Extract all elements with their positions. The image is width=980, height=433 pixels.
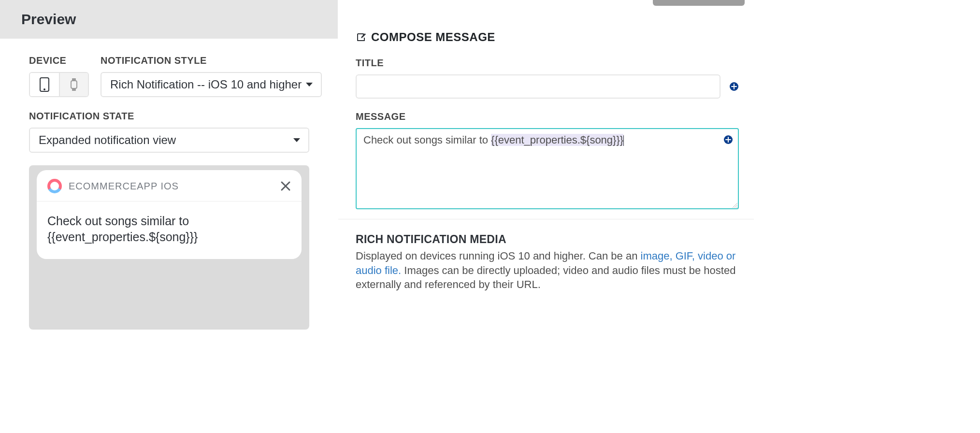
notification-app-name: ECOMMERCEAPP IOS <box>69 181 179 192</box>
compose-panel: COMPOSE MESSAGE TITLE MESSAGE Check out … <box>338 0 754 333</box>
notification-card-header: ECOMMERCEAPP IOS <box>37 170 302 202</box>
rich-media-heading: RICH NOTIFICATION MEDIA <box>356 233 739 246</box>
style-value: Rich Notification -- iOS 10 and higher <box>110 78 302 91</box>
top-action-bar <box>338 0 754 17</box>
edit-icon <box>356 32 366 43</box>
title-input[interactable] <box>356 74 721 99</box>
disabled-action-button <box>653 0 745 6</box>
title-label: TITLE <box>356 58 739 69</box>
title-insert-personalization-button[interactable] <box>729 82 739 91</box>
preview-panel: Preview DEVICE <box>0 0 338 333</box>
notification-card: ECOMMERCEAPP IOS Check out songs similar… <box>37 170 302 259</box>
phone-icon <box>40 77 49 92</box>
device-phone-button[interactable] <box>30 73 59 96</box>
plus-circle-icon <box>729 82 739 91</box>
message-text-plain: Check out songs similar to <box>363 134 491 146</box>
notification-style-select[interactable]: Rich Notification -- iOS 10 and higher <box>101 72 322 97</box>
notification-state-select[interactable]: Expanded notification view <box>29 128 309 153</box>
watch-icon <box>69 77 79 92</box>
device-label: DEVICE <box>29 55 89 66</box>
message-textarea[interactable]: Check out songs similar to {{event_prope… <box>356 128 739 209</box>
preview-body: DEVICE <box>0 39 338 333</box>
style-label: NOTIFICATION STYLE <box>101 55 322 66</box>
svg-point-1 <box>43 88 45 90</box>
svg-rect-3 <box>72 78 76 80</box>
compose-section: COMPOSE MESSAGE TITLE MESSAGE Check out … <box>338 17 754 219</box>
rich-media-section: RICH NOTIFICATION MEDIA Displayed on dev… <box>338 219 754 292</box>
app-root: Preview DEVICE <box>0 0 754 333</box>
rich-media-description: Displayed on devices running iOS 10 and … <box>356 249 739 292</box>
device-preview-frame: ECOMMERCEAPP IOS Check out songs similar… <box>29 165 309 330</box>
device-watch-button[interactable] <box>59 73 88 96</box>
preview-title: Preview <box>21 11 76 28</box>
preview-header: Preview <box>0 0 338 39</box>
notification-message: Check out songs similar to {{event_prope… <box>37 202 302 259</box>
compose-heading: COMPOSE MESSAGE <box>356 30 739 44</box>
notification-close-button[interactable] <box>280 181 291 191</box>
text-cursor <box>623 135 624 146</box>
chevron-down-icon <box>293 138 301 143</box>
device-toggle-group <box>29 72 89 97</box>
resize-handle-icon[interactable] <box>732 202 737 208</box>
plus-circle-icon <box>723 135 733 144</box>
message-insert-personalization-button[interactable] <box>723 135 733 144</box>
state-label: NOTIFICATION STATE <box>29 111 309 122</box>
app-logo-icon <box>47 179 62 193</box>
close-icon <box>280 181 291 191</box>
svg-rect-2 <box>71 81 77 88</box>
message-label: MESSAGE <box>356 111 739 122</box>
svg-rect-4 <box>72 89 76 91</box>
message-token: {{event_properties.${song}}} <box>491 134 623 146</box>
state-value: Expanded notification view <box>39 133 176 147</box>
chevron-down-icon <box>305 82 313 87</box>
